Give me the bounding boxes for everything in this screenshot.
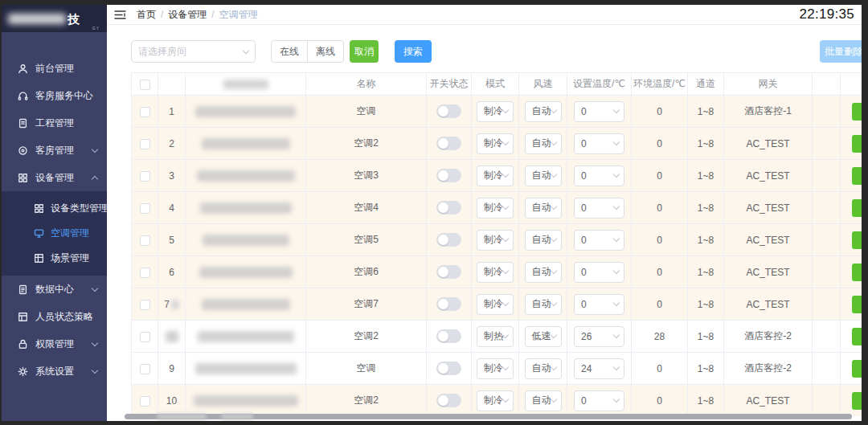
mode-select[interactable]: 制冷 xyxy=(477,294,514,315)
row-checkbox[interactable] xyxy=(140,235,150,246)
redacted-room-name xyxy=(198,331,294,342)
power-toggle[interactable] xyxy=(436,233,461,247)
chevron-down-icon xyxy=(502,235,509,242)
batch-delete-button[interactable]: 批量删除 xyxy=(820,40,862,63)
row-checkbox[interactable] xyxy=(140,364,150,374)
fan-speed-select[interactable]: 自动 xyxy=(525,390,562,411)
mode-select[interactable]: 制热 xyxy=(477,326,514,347)
power-toggle[interactable] xyxy=(436,265,461,279)
fan-speed-select[interactable]: 自动 xyxy=(525,198,562,219)
power-toggle[interactable] xyxy=(436,329,461,343)
sidebar-item-system-settings[interactable]: 系统设置 xyxy=(2,358,107,385)
row-action-button[interactable] xyxy=(852,360,862,378)
row-checkbox[interactable] xyxy=(140,332,150,342)
mode-select[interactable]: 制冷 xyxy=(477,101,514,122)
row-checkbox[interactable] xyxy=(140,139,150,149)
sidebar-item-device-type-mgmt[interactable]: 设备类型管理 xyxy=(2,196,107,221)
row-checkbox[interactable] xyxy=(140,171,150,182)
set-temp-select[interactable]: 0 xyxy=(574,166,624,186)
row-switch-cell xyxy=(427,288,472,321)
power-toggle[interactable] xyxy=(436,137,461,150)
sidebar-item-device-mgmt[interactable]: 设备管理 xyxy=(2,164,107,191)
set-temp-select[interactable]: 0 xyxy=(574,262,624,283)
mode-select[interactable]: 制冷 xyxy=(477,133,514,154)
row-action-button[interactable] xyxy=(852,103,862,121)
row-checkbox[interactable] xyxy=(140,107,150,117)
online-button[interactable]: 在线 xyxy=(271,40,308,63)
mode-select[interactable]: 制冷 xyxy=(477,166,514,186)
fan-speed-select[interactable]: 自动 xyxy=(525,262,562,283)
row-action-button[interactable] xyxy=(852,328,862,345)
row-index: 10 xyxy=(166,395,177,407)
sidebar-item-data-center[interactable]: 数据中心 xyxy=(2,276,107,303)
document-icon xyxy=(18,118,28,129)
fan-speed-select[interactable]: 自动 xyxy=(525,358,562,379)
fan-speed-select[interactable]: 自动 xyxy=(525,101,562,122)
sidebar-item-room-mgmt[interactable]: 客房管理 xyxy=(2,137,107,164)
cancel-button[interactable]: 取消 xyxy=(350,40,379,63)
sidebar-item-room-service-center[interactable]: 客房服务中心 xyxy=(2,82,107,109)
gateway-value: AC_TEST xyxy=(746,395,789,407)
set-temp-select[interactable]: 0 xyxy=(574,101,624,122)
row-set-temp-cell: 0 xyxy=(567,385,632,417)
row-action-button[interactable] xyxy=(852,296,862,313)
power-toggle[interactable] xyxy=(436,201,461,215)
row-checkbox[interactable] xyxy=(140,268,150,278)
fan-speed-select[interactable]: 自动 xyxy=(525,133,562,154)
row-action-button[interactable] xyxy=(852,199,862,217)
app-logo: 技 GY xyxy=(2,5,107,32)
sidebar-item-permission-mgmt[interactable]: 权限管理 xyxy=(2,330,107,358)
row-checkbox[interactable] xyxy=(140,396,150,407)
set-temp-select[interactable]: 0 xyxy=(574,294,624,315)
row-env-temp-cell: 0 xyxy=(632,160,688,192)
fan-speed-select[interactable]: 自动 xyxy=(525,294,562,315)
set-temp-select[interactable]: 0 xyxy=(574,198,624,219)
power-toggle[interactable] xyxy=(436,104,461,118)
sidebar-item-ac-mgmt[interactable]: 空调管理 xyxy=(2,221,107,246)
power-toggle[interactable] xyxy=(436,169,461,182)
set-temp-select[interactable]: 0 xyxy=(574,133,624,154)
mode-select[interactable]: 制冷 xyxy=(477,390,514,411)
set-temp-select[interactable]: 24 xyxy=(574,358,624,379)
power-toggle[interactable] xyxy=(436,362,461,375)
row-action-button[interactable] xyxy=(852,264,862,281)
offline-button[interactable]: 离线 xyxy=(308,40,344,63)
row-checkbox[interactable] xyxy=(140,203,150,214)
mode-select[interactable]: 制冷 xyxy=(477,198,514,219)
sidebar-item-front-desk[interactable]: 前台管理 xyxy=(2,55,107,82)
sidebar-item-label: 客房管理 xyxy=(35,144,74,157)
table-row: 2 空调2 制冷 自动 0 0 1~8 AC_TEST xyxy=(132,128,862,160)
mode-select[interactable]: 制冷 xyxy=(477,230,514,251)
sidebar-item-scene-mgmt[interactable]: 场景管理 xyxy=(2,246,107,271)
row-checkbox[interactable] xyxy=(140,300,150,310)
row-name-cell: 空调 xyxy=(306,96,427,128)
room-select[interactable]: 请选择房间 xyxy=(131,40,256,63)
sidebar-item-engineering[interactable]: 工程管理 xyxy=(2,109,107,137)
row-gateway-cell: AC_TEST xyxy=(724,385,813,417)
sidebar-item-personnel-status-policy[interactable]: 人员状态策略 xyxy=(2,303,107,330)
mode-select[interactable]: 制冷 xyxy=(477,358,514,379)
breadcrumb-device-mgmt[interactable]: 设备管理 xyxy=(168,8,207,22)
breadcrumb-home[interactable]: 首页 xyxy=(137,8,156,22)
mode-select[interactable]: 制冷 xyxy=(477,262,514,283)
row-index: 2 xyxy=(169,138,174,149)
row-action-button[interactable] xyxy=(852,167,862,185)
horizontal-scrollbar[interactable] xyxy=(125,414,852,419)
fan-speed-select[interactable]: 自动 xyxy=(525,166,562,186)
row-action-button[interactable] xyxy=(852,231,862,249)
power-toggle[interactable] xyxy=(436,394,461,407)
fan-speed-select[interactable]: 自动 xyxy=(525,230,562,251)
fan-speed-select[interactable]: 低速 xyxy=(525,326,562,347)
search-button[interactable]: 搜索 xyxy=(395,40,432,63)
redacted-room-name xyxy=(202,138,290,149)
set-temp-select[interactable]: 26 xyxy=(574,326,624,347)
collapse-menu-icon[interactable] xyxy=(114,10,126,20)
sidebar-item-label: 设备类型管理 xyxy=(51,202,108,215)
select-all-checkbox[interactable] xyxy=(140,80,150,90)
set-temp-select[interactable]: 0 xyxy=(574,390,624,411)
row-action-cell xyxy=(841,385,862,417)
row-action-button[interactable] xyxy=(852,392,862,410)
power-toggle[interactable] xyxy=(436,297,461,311)
row-action-button[interactable] xyxy=(852,135,862,153)
set-temp-select[interactable]: 0 xyxy=(574,230,624,251)
